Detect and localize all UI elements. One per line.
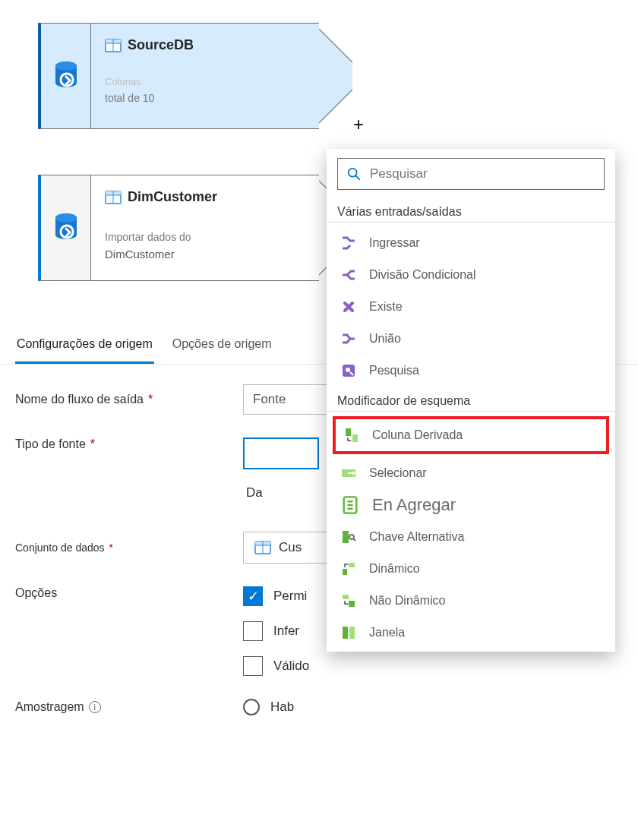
svg-rect-31 [343, 627, 348, 639]
label-text: Conjunto de dados [15, 542, 105, 554]
dataset-value: Cus [279, 540, 302, 555]
svg-rect-27 [343, 569, 347, 575]
unpivot-icon [340, 592, 357, 609]
flow-node-dimcustomer[interactable]: DimCustomer Importar dados do DimCustome… [38, 175, 319, 281]
menu-item-pivot[interactable]: Dinâmico [327, 553, 615, 585]
menu-item-lookup[interactable]: Pesquisa [327, 355, 615, 387]
union-icon [340, 330, 357, 347]
option-label: Permi [273, 589, 307, 604]
table-icon [105, 39, 122, 52]
required-mark: * [148, 393, 153, 406]
row-sampling: Amostragem i Hab [15, 699, 623, 715]
menu-item-conditional-split[interactable]: Divisão Condicional [327, 259, 615, 291]
menu-item-surrogate-key[interactable]: Chave Alternativa [327, 521, 615, 553]
sampling-option[interactable]: Hab [243, 699, 294, 715]
select-icon [340, 465, 357, 482]
node-title-text: DimCustomer [128, 189, 217, 205]
required-mark: * [90, 437, 95, 451]
node-title-text: SourceDB [128, 37, 194, 53]
node-body: SourceDB Colunas: total de 10 [91, 23, 319, 129]
svg-point-1 [55, 62, 77, 71]
split-icon [340, 267, 357, 283]
node-desc-label: Importar dados do [105, 231, 304, 243]
menu-item-aggregate[interactable]: En Agregar [327, 489, 615, 521]
pivot-icon [340, 561, 357, 577]
menu-item-label: Selecionar [369, 466, 427, 480]
label-text: Amostragem [15, 700, 84, 714]
search-box[interactable] [337, 158, 605, 190]
node-title: SourceDB [105, 37, 304, 53]
label-output-name: Nome do fluxo de saída * [15, 393, 228, 406]
checkbox-checked-icon[interactable]: ✓ [243, 586, 263, 606]
radio-icon[interactable] [243, 699, 260, 715]
option-label: Válido [273, 658, 309, 674]
option-permi[interactable]: ✓ Permi [243, 586, 309, 606]
label-text: Tipo de fonte [15, 437, 86, 451]
menu-item-select[interactable]: Selecionar [327, 457, 615, 489]
sampling-value: Hab [270, 699, 294, 715]
transformation-popover: Várias entradas/saídas Ingressar Divisão… [327, 149, 615, 652]
svg-point-16 [349, 169, 357, 177]
svg-rect-25 [343, 531, 349, 543]
info-icon[interactable]: i [89, 701, 101, 713]
add-step-button[interactable]: + [349, 115, 368, 134]
menu-item-label: Dinâmico [369, 562, 420, 576]
menu-item-label: Janela [369, 626, 405, 639]
derived-column-icon [343, 427, 360, 444]
node-columns-label: Colunas: [105, 76, 304, 87]
label-dataset: Conjunto de dados * [15, 542, 228, 554]
svg-rect-22 [352, 434, 358, 442]
key-icon [340, 529, 357, 545]
label-source-type: Tipo de fonte * [15, 437, 228, 451]
svg-point-7 [55, 213, 77, 223]
label-text: Nome do fluxo de saída [15, 393, 144, 406]
tab-source-options[interactable]: Opções de origem [171, 327, 273, 364]
menu-item-window[interactable]: Janela [327, 617, 615, 649]
node-handle[interactable] [38, 23, 91, 129]
option-valido[interactable]: Válido [243, 656, 309, 676]
highlighted-derived-column: Coluna Derivada [333, 416, 609, 454]
menu-item-label: Coluna Derivada [372, 428, 463, 442]
node-handle[interactable] [38, 175, 91, 281]
checkbox-unchecked-icon[interactable] [243, 621, 263, 641]
required-mark: * [109, 542, 113, 554]
table-icon [105, 191, 122, 204]
svg-rect-29 [349, 601, 355, 607]
option-label: Infer [273, 624, 299, 639]
menu-item-join[interactable]: Ingressar [327, 227, 615, 259]
node-title: DimCustomer [105, 189, 304, 205]
datasource-icon [53, 60, 79, 92]
option-infer[interactable]: Infer [243, 621, 309, 641]
flow-node-sourcedb[interactable]: SourceDB Colunas: total de 10 + [38, 23, 319, 129]
group-header-multi-io: Várias entradas/saídas [327, 197, 615, 223]
node-arrow [319, 23, 352, 129]
node-desc-value: DimCustomer [105, 248, 304, 261]
tab-source-settings[interactable]: Configurações de origem [15, 327, 154, 364]
menu-item-label: Não Dinâmico [369, 594, 445, 608]
menu-item-derived-column[interactable]: Coluna Derivada [336, 421, 606, 450]
menu-item-label: Divisão Condicional [369, 268, 476, 282]
label-options: Opções [15, 586, 228, 600]
aggregate-icon [340, 495, 360, 515]
search-input[interactable] [370, 166, 595, 182]
svg-rect-32 [349, 627, 355, 639]
node-columns-value: total de 10 [105, 92, 304, 104]
menu-item-label: Existe [369, 300, 403, 314]
group-header-schema-modifier: Modificador de esquema [327, 387, 615, 412]
lookup-icon [340, 362, 357, 379]
menu-item-unpivot[interactable]: Não Dinâmico [327, 585, 615, 617]
svg-rect-21 [346, 428, 351, 436]
svg-point-19 [346, 368, 350, 372]
source-type-selected[interactable] [243, 437, 319, 469]
window-icon [340, 624, 357, 641]
menu-item-label: Pesquisa [369, 364, 419, 377]
datasource-icon [53, 212, 79, 244]
menu-item-union[interactable]: União [327, 323, 615, 355]
label-sampling: Amostragem i [15, 700, 228, 714]
table-icon [254, 541, 271, 554]
svg-rect-28 [349, 563, 355, 567]
checkbox-unchecked-icon[interactable] [243, 656, 263, 676]
menu-item-label: União [369, 332, 401, 346]
menu-item-label: En Agregar [372, 495, 456, 515]
menu-item-exists[interactable]: Existe [327, 291, 615, 323]
